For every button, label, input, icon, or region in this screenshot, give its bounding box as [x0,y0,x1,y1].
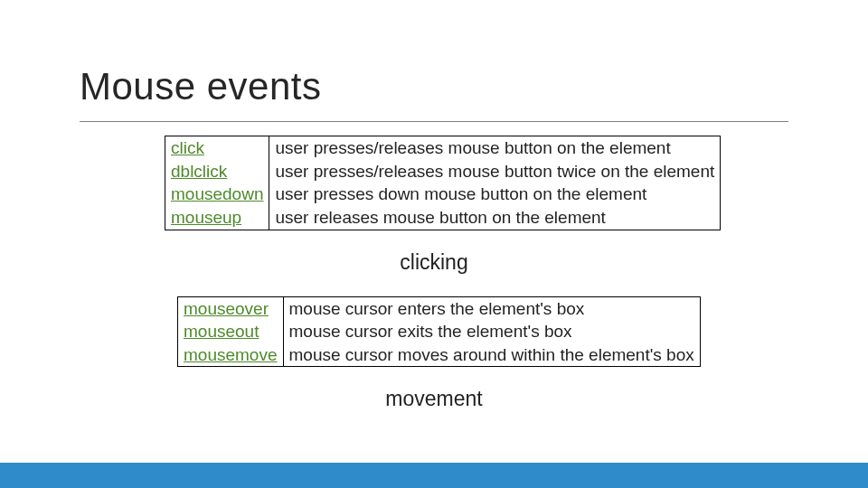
event-desc: user presses down mouse button on the el… [275,184,646,203]
table-movement-wrap: mouseover mouseout mousemove mouse curso… [177,296,788,368]
event-desc: mouse cursor enters the element's box [289,299,585,318]
event-desc: mouse cursor exits the element's box [289,322,572,341]
bottom-accent-bar [0,463,868,488]
table-row: click dblclick mousedown mouseup user pr… [165,136,721,230]
table-row: mouseover mouseout mousemove mouse curso… [178,296,701,367]
event-link-dblclick[interactable]: dblclick [171,162,227,181]
content-area: click dblclick mousedown mouseup user pr… [80,136,788,433]
slide: Mouse events click dblclick mousedown mo… [0,0,868,488]
event-link-click[interactable]: click [171,138,204,157]
title-divider [80,121,788,122]
event-desc: user releases mouse button on the elemen… [275,208,605,227]
event-link-mousemove[interactable]: mousemove [184,345,278,364]
event-link-mouseover[interactable]: mouseover [184,299,269,318]
event-link-mousedown[interactable]: mousedown [171,184,263,203]
event-desc: mouse cursor moves around within the ele… [289,345,694,364]
caption-clicking: clicking [80,250,788,275]
table-clicking: click dblclick mousedown mouseup user pr… [165,136,721,230]
event-desc: user presses/releases mouse button on th… [275,138,670,157]
event-desc: user presses/releases mouse button twice… [275,162,714,181]
caption-movement: movement [80,387,788,411]
event-link-mouseout[interactable]: mouseout [184,322,259,341]
table-clicking-wrap: click dblclick mousedown mouseup user pr… [165,136,788,230]
event-link-mouseup[interactable]: mouseup [171,208,241,227]
table-movement: mouseover mouseout mousemove mouse curso… [177,296,701,368]
page-title: Mouse events [80,65,321,108]
